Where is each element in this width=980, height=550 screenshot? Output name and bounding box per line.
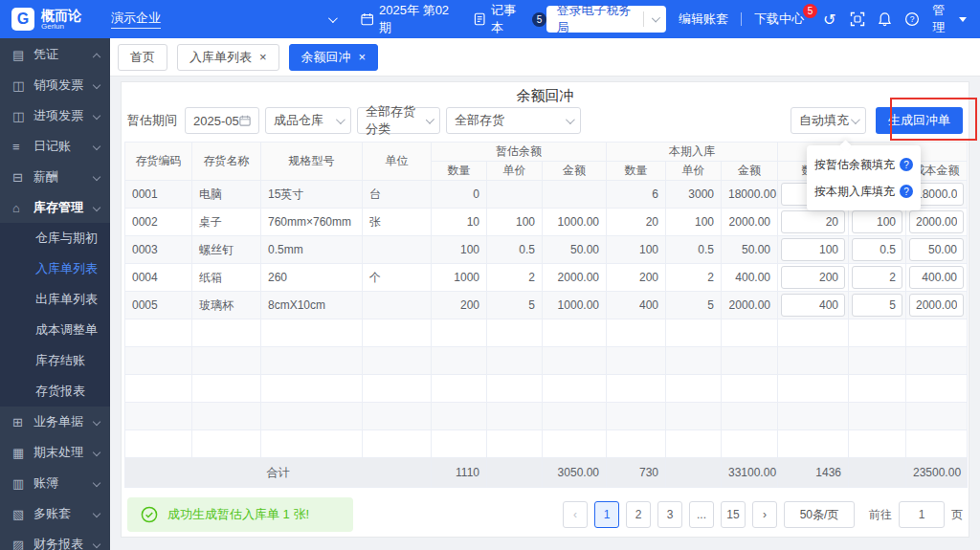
- page-tab[interactable]: 入库单列表 ×: [177, 44, 279, 71]
- autofill-select[interactable]: 自动填充: [791, 107, 866, 134]
- sidebar-subitem-label: 存货报表: [35, 383, 85, 400]
- empty-cell: [125, 319, 192, 347]
- autofill-menu-item[interactable]: 按本期入库填充 ?: [807, 178, 921, 205]
- sidebar-item-icon: ▤: [12, 48, 27, 62]
- help-circle-icon[interactable]: ?: [900, 158, 913, 171]
- page-number-button[interactable]: ...: [689, 501, 714, 528]
- tax-bureau-button[interactable]: 登录电子税务局: [546, 6, 667, 33]
- edit-books-button[interactable]: 编辑账套: [679, 11, 728, 28]
- empty-cell: [487, 430, 543, 458]
- sidebar-item[interactable]: ▥ 账簿: [0, 468, 110, 498]
- autofill-select-value: 自动填充: [799, 112, 849, 129]
- empty-cell: [607, 375, 666, 403]
- chevron-down-icon[interactable]: [652, 13, 660, 22]
- goto-page-input[interactable]: [899, 501, 945, 528]
- rc-cost-amount-input[interactable]: [909, 238, 964, 261]
- rc-cost-amount-input[interactable]: [909, 294, 964, 317]
- cell-in-price: 2: [666, 264, 722, 292]
- rc-qty-input[interactable]: [781, 266, 845, 289]
- total-in-price: [666, 458, 722, 488]
- chevron-icon: [93, 479, 100, 487]
- sidebar-item[interactable]: ▦ 期末处理: [0, 437, 110, 468]
- empty-cell: [849, 375, 906, 403]
- chevron-down-icon[interactable]: [328, 13, 338, 23]
- sidebar-item[interactable]: ⊟ 薪酬: [0, 162, 110, 192]
- page-tab[interactable]: 首页 ×: [118, 44, 167, 71]
- empty-cell: [432, 347, 487, 375]
- calendar-icon: [361, 12, 373, 26]
- total-rc-qty: 1436: [778, 458, 849, 488]
- sidebar-item[interactable]: ◫ 进项发票: [0, 100, 110, 131]
- category-select[interactable]: 全部存货分类: [357, 107, 440, 134]
- company-name[interactable]: 演示企业: [111, 10, 161, 29]
- col-header-in-qty: 数量: [607, 162, 666, 181]
- sidebar-item-label: 日记账: [33, 138, 94, 155]
- fullscreen-icon[interactable]: [850, 11, 865, 28]
- next-page-button[interactable]: ›: [752, 501, 777, 528]
- page-number-button[interactable]: 2: [626, 501, 651, 528]
- rc-price-input[interactable]: [852, 210, 902, 233]
- svg-text:?: ?: [910, 14, 915, 24]
- cell-code: 0001: [125, 181, 192, 209]
- notebook-button[interactable]: 记事本 5: [474, 2, 546, 36]
- help-circle-icon[interactable]: ?: [900, 185, 913, 198]
- sidebar-item-label: 财务报表: [33, 536, 94, 550]
- page-size-select[interactable]: 50条/页: [784, 501, 855, 528]
- empty-cell: [543, 375, 607, 403]
- empty-cell: [543, 403, 607, 430]
- sidebar-subitem[interactable]: 仓库与期初: [0, 223, 110, 253]
- help-icon[interactable]: ?: [904, 11, 920, 28]
- bell-icon[interactable]: [878, 11, 893, 28]
- page-number-button[interactable]: 3: [657, 501, 682, 528]
- page-number-button[interactable]: 1: [594, 501, 619, 528]
- sidebar-item[interactable]: ◫ 销项发票: [0, 70, 110, 100]
- table-row: 0003 螺丝钉 0.5mm 100 0.5 50.00 100 0.5 50.…: [125, 236, 968, 264]
- tax-bureau-label: 登录电子税务局: [557, 2, 635, 36]
- sidebar-subitem[interactable]: 库存结账: [0, 345, 110, 376]
- cell-in-amount: 50.00: [722, 236, 778, 264]
- sidebar-subitem[interactable]: 存货报表: [0, 376, 110, 407]
- rc-qty-input[interactable]: [781, 294, 845, 317]
- sidebar-item[interactable]: ▤ 凭证: [0, 39, 110, 70]
- rc-price-input[interactable]: [852, 266, 902, 289]
- sidebar-item[interactable]: ▨ 财务报表: [0, 529, 110, 550]
- sidebar-subitem[interactable]: 入库单列表: [0, 253, 110, 284]
- manage-menu[interactable]: 管理: [932, 2, 967, 36]
- cell-spec: 15英寸: [261, 181, 363, 209]
- company-selector[interactable]: 演示企业: [111, 10, 335, 29]
- download-center-button[interactable]: 下载中心 5: [754, 11, 810, 28]
- download-badge: 5: [803, 4, 817, 18]
- sidebar-item[interactable]: ⌂ 库存管理: [0, 192, 110, 223]
- tab-bar: 首页 × 入库单列表 × 余额回冲 ×: [110, 38, 980, 77]
- sidebar-subitem[interactable]: 成本调整单: [0, 315, 110, 345]
- rc-price-input[interactable]: [852, 238, 902, 261]
- period-date-input[interactable]: 2025-05: [185, 107, 259, 134]
- page-tab[interactable]: 余额回冲 ×: [289, 44, 379, 71]
- page-number-button[interactable]: 15: [721, 501, 746, 528]
- tab-close-icon[interactable]: ×: [259, 51, 267, 63]
- sidebar-item[interactable]: ▧ 多账套: [0, 498, 110, 529]
- empty-cell: [666, 347, 722, 375]
- sidebar-item[interactable]: ≡ 日记账: [0, 131, 110, 162]
- warehouse-select[interactable]: 成品仓库: [265, 107, 351, 134]
- empty-cell: [125, 375, 192, 403]
- undo-icon[interactable]: ↺: [822, 11, 837, 28]
- tab-close-icon[interactable]: ×: [359, 51, 367, 63]
- empty-cell: [906, 319, 968, 347]
- rc-qty-input[interactable]: [781, 238, 845, 261]
- sidebar-subitem[interactable]: 出库单列表: [0, 284, 110, 315]
- sidebar-item[interactable]: ⊞ 业务单据: [0, 407, 110, 437]
- rc-cost-amount-input[interactable]: [909, 266, 964, 289]
- rc-qty-input[interactable]: [781, 210, 845, 233]
- inventory-submenu: 仓库与期初 入库单列表 出库单列表 成本调整单 库存结账: [0, 223, 110, 407]
- rc-price-input[interactable]: [852, 294, 902, 317]
- inventory-select[interactable]: 全部存货: [446, 107, 581, 134]
- total-cost-amount: 23500.00: [906, 458, 968, 488]
- autofill-menu-item[interactable]: 按暂估余额填充 ?: [807, 151, 921, 178]
- cell-code: 0003: [125, 236, 192, 264]
- rc-cost-amount-input[interactable]: [909, 210, 964, 233]
- generate-writeoff-button[interactable]: 生成回冲单: [876, 107, 963, 134]
- empty-cell: [261, 319, 363, 347]
- prev-page-button[interactable]: ‹: [563, 501, 588, 528]
- period-selector[interactable]: 2025年 第02期: [361, 2, 458, 36]
